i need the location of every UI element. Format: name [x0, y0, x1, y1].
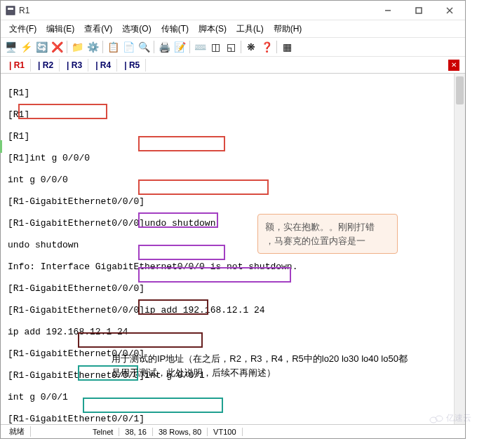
svg-rect-0 — [6, 6, 15, 15]
properties-icon[interactable]: ⚙️ — [86, 40, 100, 54]
separator — [154, 41, 154, 53]
term-line: [R1-GigabitEthernet0/0/0] — [8, 196, 459, 208]
options-icon[interactable]: ❋ — [244, 40, 258, 54]
find-icon[interactable]: 🔍 — [137, 40, 151, 54]
separator — [276, 41, 277, 53]
menu-file[interactable]: 文件(F) — [5, 22, 41, 36]
term-line: [R1-GigabitEthernet0/0/1] — [8, 414, 459, 425]
tab-r5[interactable]: | R5 — [119, 59, 146, 72]
highlight-box — [138, 136, 225, 151]
copy-icon[interactable]: 📋 — [106, 40, 120, 54]
tab-r2[interactable]: | R2 — [32, 59, 60, 72]
separator — [102, 41, 103, 53]
highlight-box — [78, 332, 203, 348]
minimize-button[interactable] — [372, 1, 403, 20]
titlebar: R1 — [1, 1, 465, 20]
note-annotation: 用于测试的IP地址（在之后，R2，R3，R4，R5中的lo20 lo30 lo4… — [112, 352, 413, 379]
highlight-box — [138, 212, 218, 228]
disconnect-icon[interactable]: ❌ — [50, 40, 64, 54]
sftp-icon[interactable]: 📁 — [70, 40, 84, 54]
scrollbar-thumb[interactable] — [456, 76, 464, 104]
menubar: 文件(F) 编辑(E) 查看(V) 选项(O) 传输(T) 脚本(S) 工具(L… — [1, 20, 465, 37]
menu-edit[interactable]: 编辑(E) — [42, 22, 79, 36]
quick-connect-icon[interactable]: ⚡ — [19, 40, 33, 54]
tab-r1[interactable]: | R1 — [4, 59, 31, 72]
separator — [189, 41, 190, 53]
menu-tools[interactable]: 工具(L) — [232, 22, 268, 36]
highlight-box — [138, 299, 208, 315]
terminal-output[interactable]: [R1] [R1] [R1] [R1]int g 0/0/0 int g 0/0… — [1, 74, 465, 424]
tab-r3[interactable]: | R3 — [61, 59, 88, 72]
svg-rect-3 — [416, 8, 422, 13]
app-window: R1 文件(F) 编辑(E) 查看(V) 选项(O) 传输(T) 脚本(S) 工… — [0, 0, 466, 439]
statusbar: 就绪 Telnet 38, 16 38 Rows, 80 VT100 — [1, 424, 465, 438]
svg-rect-1 — [8, 8, 13, 10]
vertical-scrollbar[interactable] — [454, 74, 465, 424]
status-cursor-pos: 38, 16 — [119, 428, 153, 436]
side-marker — [0, 140, 2, 153]
menu-view[interactable]: 查看(V) — [80, 22, 116, 36]
separator — [241, 41, 241, 53]
help-icon[interactable]: ❓ — [260, 40, 274, 54]
menu-transfer[interactable]: 传输(T) — [157, 22, 193, 36]
menu-script[interactable]: 脚本(S) — [194, 22, 231, 36]
status-term-type: VT100 — [208, 428, 242, 436]
term-line: int g 0/0/1 — [8, 392, 459, 403]
watermark: 亿速云 — [429, 412, 471, 424]
highlight-box — [18, 104, 107, 119]
window-title: R1 — [19, 6, 372, 15]
tabbar: | R1 | R2 | R3 | R4 | R5 ✕ — [1, 57, 465, 74]
log-icon[interactable]: 📝 — [173, 40, 187, 54]
term-line: ip add 192.168.12.1 24 — [8, 327, 459, 338]
status-ready: 就绪 — [4, 426, 31, 437]
highlight-box — [138, 267, 291, 283]
tool1-icon[interactable]: ▦ — [280, 40, 294, 54]
tab-close-icon[interactable]: ✕ — [448, 60, 459, 71]
highlight-box — [138, 179, 269, 195]
term-line: [R1] — [8, 131, 459, 142]
menu-help[interactable]: 帮助(H) — [269, 22, 307, 36]
tile-icon[interactable]: ◫ — [208, 40, 222, 54]
callout-annotation: 额，实在抱歉。。刚刚打错 ，马赛克的位置内容是一 — [257, 214, 398, 254]
app-icon — [5, 5, 16, 16]
term-line: [R1] — [8, 88, 459, 99]
cascade-icon[interactable]: ◱ — [224, 40, 238, 54]
term-line: [R1-GigabitEthernet0/0/0]ip add 192.168.… — [8, 305, 459, 316]
paste-icon[interactable]: 📄 — [121, 40, 135, 54]
highlight-box — [138, 245, 225, 260]
status-protocol: Telnet — [87, 428, 119, 436]
status-rows: 38 Rows, 80 — [153, 428, 208, 436]
toolbar: 🖥️ ⚡ 🔄 ❌ 📁 ⚙️ 📋 📄 🔍 🖨️ 📝 ⌨️ ◫ ◱ ❋ ❓ ▦ — [1, 37, 465, 57]
separator — [67, 41, 67, 53]
reconnect-icon[interactable]: 🔄 — [34, 40, 48, 54]
connect-icon[interactable]: 🖥️ — [4, 40, 18, 54]
term-line: [R1-GigabitEthernet0/0/0] — [8, 283, 459, 294]
close-button[interactable] — [434, 1, 465, 20]
keymap-icon[interactable]: ⌨️ — [193, 40, 207, 54]
maximize-button[interactable] — [403, 1, 434, 20]
term-line: [R1]int g 0/0/0 — [8, 153, 459, 164]
print-icon[interactable]: 🖨️ — [157, 40, 171, 54]
highlight-box — [83, 398, 223, 413]
tab-r4[interactable]: | R4 — [90, 59, 117, 72]
menu-options[interactable]: 选项(O) — [118, 22, 155, 36]
